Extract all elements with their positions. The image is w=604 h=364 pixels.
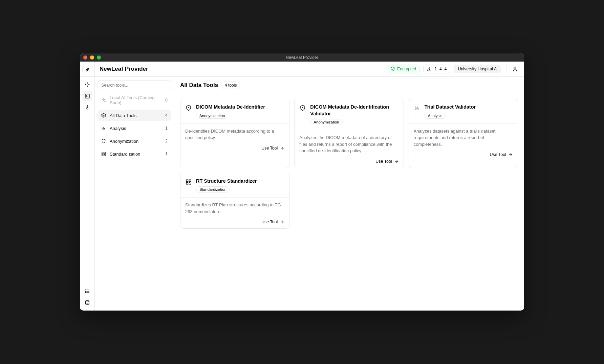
tool-description: De-identifies DICOM metadata according t… bbox=[185, 128, 284, 141]
tool-description: Standardizes RT Plan structures accordin… bbox=[185, 202, 284, 215]
sidebar-item-label: Analysis bbox=[110, 126, 126, 131]
sidebar-item-label: Local AI Tools (Coming Soon) bbox=[110, 95, 162, 105]
tool-title: DICOM Metadata De-Identification Validat… bbox=[310, 104, 398, 117]
qr-icon bbox=[185, 179, 192, 185]
card-body: Standardizes RT Plan structures accordin… bbox=[180, 198, 289, 217]
rail-item-plug[interactable] bbox=[82, 103, 92, 113]
barchart-icon bbox=[101, 126, 106, 131]
database-icon bbox=[85, 300, 90, 305]
close-window-button[interactable] bbox=[83, 55, 87, 60]
card-header: DICOM Metadata De-Identifier Anonymizati… bbox=[180, 99, 289, 124]
user-menu-button[interactable] bbox=[510, 64, 520, 74]
tool-tag: Anonymization bbox=[310, 119, 342, 125]
window-title: NewLeaf Provider bbox=[286, 55, 318, 60]
tool-count-badge: 4 tools bbox=[221, 82, 240, 89]
sidebar-item-standardization[interactable]: Standardization 1 bbox=[98, 149, 171, 159]
sidebar-item-anonymization[interactable]: Anonymization 2 bbox=[98, 136, 171, 146]
svg-point-11 bbox=[85, 300, 89, 302]
svg-rect-19 bbox=[104, 152, 105, 154]
card-body: Analyzes datasets against a trial's data… bbox=[409, 124, 518, 150]
card-header: Trial Dataset Validator Analysis bbox=[409, 99, 518, 124]
sidebar-item-count: 2 bbox=[165, 139, 168, 143]
organization-badge[interactable]: University Hospital A bbox=[454, 65, 501, 73]
use-tool-button[interactable]: Use Tool bbox=[409, 150, 518, 161]
minimize-window-button[interactable] bbox=[90, 55, 94, 60]
encrypted-badge: Encrypted bbox=[387, 65, 420, 73]
shield-icon bbox=[299, 105, 306, 111]
arrow-right-icon bbox=[394, 159, 399, 164]
arrow-right-icon bbox=[280, 146, 284, 151]
encrypted-label: Encrypted bbox=[397, 67, 416, 71]
svg-rect-33 bbox=[186, 182, 188, 184]
app-window: NewLeaf Provider NewLeaf Provider Encryp… bbox=[80, 53, 524, 311]
rail-item-diamond[interactable] bbox=[82, 79, 92, 90]
version-label: 1.4.4 bbox=[434, 67, 447, 71]
user-icon bbox=[512, 66, 518, 72]
arrow-right-icon bbox=[280, 220, 284, 224]
search-input[interactable] bbox=[98, 80, 171, 90]
barchart-icon bbox=[414, 105, 420, 111]
sidebar-item-analysis[interactable]: Analysis 1 bbox=[98, 123, 171, 134]
shield-check-icon bbox=[390, 67, 395, 71]
sidebar-item-label: All Data Tools bbox=[110, 113, 136, 118]
svg-rect-20 bbox=[102, 154, 103, 156]
tool-description: Analyzes the DICOM metadata of a directo… bbox=[299, 134, 398, 154]
card-body: Analyzes the DICOM metadata of a directo… bbox=[295, 130, 403, 156]
sidebar-item-count: 1 bbox=[165, 126, 168, 131]
svg-marker-12 bbox=[102, 113, 106, 115]
sidebar-item-label: Standardization bbox=[110, 152, 140, 157]
tool-card: DICOM Metadata De-Identifier Anonymizati… bbox=[180, 99, 289, 168]
tool-card: RT Structure Standardizer Standardizatio… bbox=[180, 173, 289, 229]
use-tool-label: Use Tool bbox=[261, 220, 278, 224]
layers-icon bbox=[101, 113, 106, 118]
tool-description: Analyzes datasets against a trial's data… bbox=[414, 128, 513, 148]
sidebar-item-label: Anonymization bbox=[110, 139, 138, 144]
use-tool-label: Use Tool bbox=[490, 152, 506, 157]
sidebar-item-count: 1 bbox=[165, 152, 168, 156]
use-tool-button[interactable]: Use Tool bbox=[180, 217, 289, 228]
svg-point-9 bbox=[85, 291, 86, 291]
page-title: All Data Tools bbox=[180, 82, 218, 89]
tool-title: RT Structure Standardizer bbox=[196, 178, 257, 185]
plug-zap-icon bbox=[85, 105, 90, 110]
svg-point-23 bbox=[303, 108, 303, 108]
rail-item-database[interactable] bbox=[82, 298, 92, 308]
use-tool-label: Use Tool bbox=[261, 146, 278, 151]
svg-point-1 bbox=[514, 67, 516, 69]
tool-tag: Analysis bbox=[425, 113, 446, 119]
tool-card: DICOM Metadata De-Identification Validat… bbox=[294, 99, 404, 168]
sidebar-item-count: 0 bbox=[165, 98, 168, 103]
maximize-window-button[interactable] bbox=[97, 55, 101, 60]
tool-tag: Anonymization bbox=[196, 113, 228, 119]
sidebar-item-local-ai: Local AI Tools (Coming Soon) 0 bbox=[98, 92, 171, 108]
divider bbox=[506, 65, 506, 73]
shield-icon bbox=[101, 138, 106, 144]
app-title: NewLeaf Provider bbox=[100, 66, 387, 72]
svg-point-8 bbox=[85, 290, 86, 290]
version-badge[interactable]: 1.4.4 bbox=[423, 65, 450, 73]
qr-icon bbox=[101, 151, 106, 157]
main-header: All Data Tools 4 tools bbox=[174, 77, 524, 94]
svg-point-21 bbox=[188, 108, 189, 108]
use-tool-label: Use Tool bbox=[375, 159, 392, 164]
tool-card: Trial Dataset Validator Analysis Analyze… bbox=[409, 99, 518, 168]
leaf-icon bbox=[85, 66, 90, 72]
download-icon bbox=[427, 67, 432, 71]
tool-grid: DICOM Metadata De-Identifier Anonymizati… bbox=[174, 94, 524, 233]
rail-item-tools[interactable] bbox=[82, 91, 92, 101]
svg-rect-32 bbox=[189, 180, 191, 181]
sidebar-item-all-data-tools[interactable]: All Data Tools 4 bbox=[98, 110, 171, 121]
list-icon bbox=[85, 289, 90, 294]
svg-rect-18 bbox=[102, 152, 103, 154]
card-header: DICOM Metadata De-Identification Validat… bbox=[295, 99, 403, 130]
tool-tag: Standardization bbox=[196, 186, 230, 192]
traffic-lights bbox=[83, 55, 101, 60]
use-tool-button[interactable]: Use Tool bbox=[180, 143, 289, 155]
logo-cell bbox=[80, 62, 95, 77]
sidebar: Local AI Tools (Coming Soon) 0 All Data … bbox=[95, 77, 174, 311]
use-tool-button[interactable]: Use Tool bbox=[295, 156, 403, 168]
titlebar: NewLeaf Provider bbox=[80, 53, 524, 62]
app-logo bbox=[82, 64, 92, 74]
rail-item-list[interactable] bbox=[82, 286, 92, 296]
shield-icon bbox=[185, 105, 192, 111]
